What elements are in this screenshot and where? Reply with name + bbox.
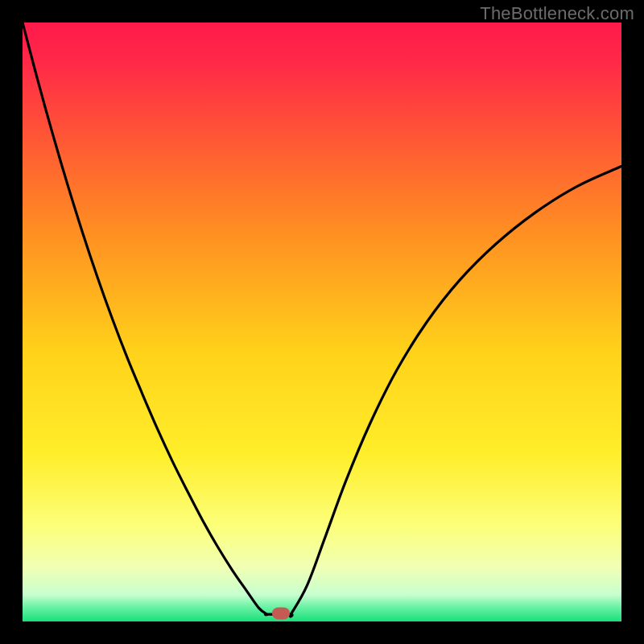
watermark-text: TheBottleneck.com [480,3,634,24]
chart-svg [23,23,621,621]
plot-area [23,23,621,621]
outer-frame: TheBottleneck.com [0,0,644,644]
optimum-marker [272,608,290,620]
